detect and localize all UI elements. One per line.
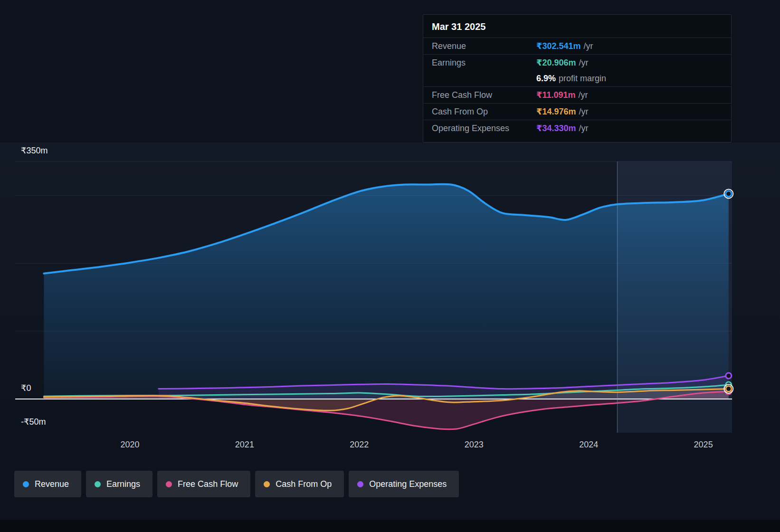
tooltip-row-cash-from-op: Cash From Op₹14.976m/yr: [423, 103, 731, 120]
tooltip-row-label: Operating Expenses: [432, 124, 536, 133]
series-area-revenue: [44, 184, 728, 399]
tooltip-row-value: ₹11.091m/yr: [536, 90, 723, 100]
tooltip-row-operating-expenses: Operating Expenses₹34.330m/yr: [423, 120, 731, 136]
tooltip-row-label: Cash From Op: [432, 107, 536, 117]
x-axis-label: 2023: [465, 440, 484, 450]
x-axis-label: 2025: [694, 440, 713, 450]
legend-label: Earnings: [106, 479, 140, 489]
series-endpoint-cash-from-op[interactable]: [726, 386, 732, 392]
legend: RevenueEarningsFree Cash FlowCash From O…: [14, 471, 459, 497]
legend-label: Free Cash Flow: [178, 479, 238, 489]
revenue-dot-icon: [23, 481, 29, 487]
y-axis-label: ₹350m: [21, 145, 48, 156]
x-axis-label: 2021: [235, 440, 254, 450]
legend-item-free-cash-flow[interactable]: Free Cash Flow: [157, 471, 250, 497]
series-endpoint-revenue[interactable]: [726, 191, 732, 197]
cash-from-op-dot-icon: [264, 481, 270, 487]
tooltip-row-value: ₹14.976m/yr: [536, 106, 723, 117]
tooltip-rows: Revenue₹302.541m/yrEarnings₹20.906m/yr6.…: [423, 38, 731, 136]
tooltip-row-label: Free Cash Flow: [432, 90, 536, 100]
legend-item-operating-expenses[interactable]: Operating Expenses: [349, 471, 459, 497]
legend-item-revenue[interactable]: Revenue: [14, 471, 81, 497]
x-axis-label: 2024: [579, 440, 598, 450]
tooltip-row-revenue: Revenue₹302.541m/yr: [423, 38, 731, 54]
bottom-bar: [0, 520, 780, 532]
tooltip-row-value: ₹20.906m/yr: [536, 57, 723, 68]
data-tooltip: Mar 31 2025 Revenue₹302.541m/yrEarnings₹…: [423, 14, 732, 142]
x-axis-label: 2022: [350, 440, 369, 450]
tooltip-row-value: 6.9%profit margin: [536, 74, 723, 84]
free-cash-flow-dot-icon: [166, 481, 172, 487]
legend-label: Cash From Op: [276, 479, 332, 489]
tooltip-row-value: ₹302.541m/yr: [536, 41, 723, 51]
legend-item-cash-from-op[interactable]: Cash From Op: [255, 471, 344, 497]
legend-label: Revenue: [35, 479, 69, 489]
x-axis-label: 2020: [120, 440, 139, 450]
tooltip-row-value: ₹34.330m/yr: [536, 123, 723, 133]
tooltip-row-profit-margin: 6.9%profit margin: [423, 71, 731, 86]
tooltip-row-free-cash-flow: Free Cash Flow₹11.091m/yr: [423, 86, 731, 103]
tooltip-row-label: Revenue: [432, 41, 536, 51]
operating-expenses-dot-icon: [357, 481, 363, 487]
earnings-dot-icon: [95, 481, 101, 487]
tooltip-date: Mar 31 2025: [423, 15, 731, 38]
tooltip-row-label: Earnings: [432, 58, 536, 68]
legend-label: Operating Expenses: [369, 479, 447, 489]
series-endpoint-operating-expenses[interactable]: [726, 373, 732, 379]
tooltip-row-earnings: Earnings₹20.906m/yr: [423, 54, 731, 71]
y-axis-label: -₹50m: [21, 417, 46, 427]
y-axis-label: ₹0: [21, 383, 31, 393]
legend-item-earnings[interactable]: Earnings: [86, 471, 152, 497]
